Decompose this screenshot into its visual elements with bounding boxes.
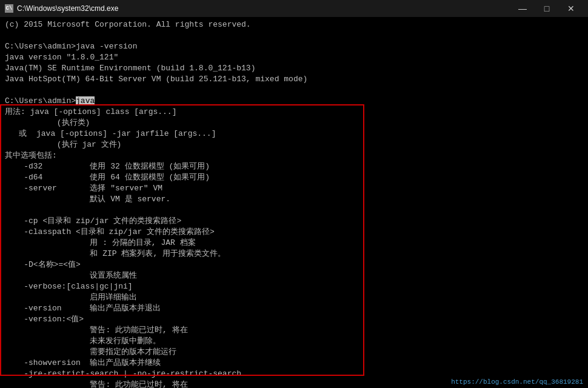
line-16: 默认 VM 是 server. [5,194,583,205]
line-25: 启用详细输出 [5,292,583,303]
title-bar-left: C\ C:\Windows\system32\cmd.exe [5,4,118,13]
line-17 [5,205,583,216]
line-8: 用法: java [-options] class [args...] [5,107,583,118]
line-30: 需要指定的版本才能运行 [5,347,583,358]
title-bar: C\ C:\Windows\system32\cmd.exe — □ ✕ [0,0,588,17]
line-31: -showversion 输出产品版本并继续 [5,358,583,369]
line-20: 用 : 分隔的目录, JAR 档案 [5,238,583,249]
cmd-cursor: java [76,96,95,105]
terminal-area: (c) 2015 Microsoft Corporation. All righ… [0,17,588,388]
line-6 [5,85,583,96]
line-26: -version 输出产品版本并退出 [5,303,583,314]
line-10: 或 java [-options] -jar jarfile [args...] [5,129,583,139]
line-5: Java HotSpot(TM) 64-Bit Server VM (build… [5,74,583,85]
line-14: -d64 使用 64 位数据模型 (如果可用) [5,172,583,183]
line-2: C:\Users\admin>java -version [5,41,583,52]
line-9: (执行类) [5,118,583,129]
line-21: 和 ZIP 档案列表, 用于搜索类文件。 [5,249,583,259]
line-29: 未来发行版中删除。 [5,336,583,347]
line-22: -D<名称>=<值> [5,259,583,270]
line-1 [5,30,583,41]
line-13: -d32 使用 32 位数据模型 (如果可用) [5,161,583,172]
close-button[interactable]: ✕ [559,0,583,17]
cmd-icon: C\ [5,4,13,13]
line-18: -cp <目录和 zip/jar 文件的类搜索路径> [5,216,583,227]
line-27: -version:<值> [5,314,583,325]
line-19: -classpath <目录和 zip/jar 文件的类搜索路径> [5,227,583,238]
line-24: -verbose:[class|gc|jni] [5,281,583,292]
minimize-button[interactable]: — [510,0,535,17]
line-15: -server 选择 "server" VM [5,183,583,194]
line-0: (c) 2015 Microsoft Corporation. All righ… [5,19,583,30]
line-12: 其中选项包括: [5,150,583,161]
line-28: 警告: 此功能已过时, 将在 [5,325,583,336]
line-7: C:\Users\admin>java [5,96,583,107]
line-3: java version "1.8.0_121" [5,52,583,63]
title-bar-title: C:\Windows\system32\cmd.exe [17,4,118,13]
line-11: (执行 jar 文件) [5,139,583,150]
line-4: Java(TM) SE Runtime Environment (build 1… [5,63,583,74]
watermark: https://blog.csdn.net/qq_36819281 [451,378,583,386]
line-23: 设置系统属性 [5,270,583,281]
maximize-button[interactable]: □ [535,0,559,17]
title-bar-controls: — □ ✕ [510,0,583,17]
